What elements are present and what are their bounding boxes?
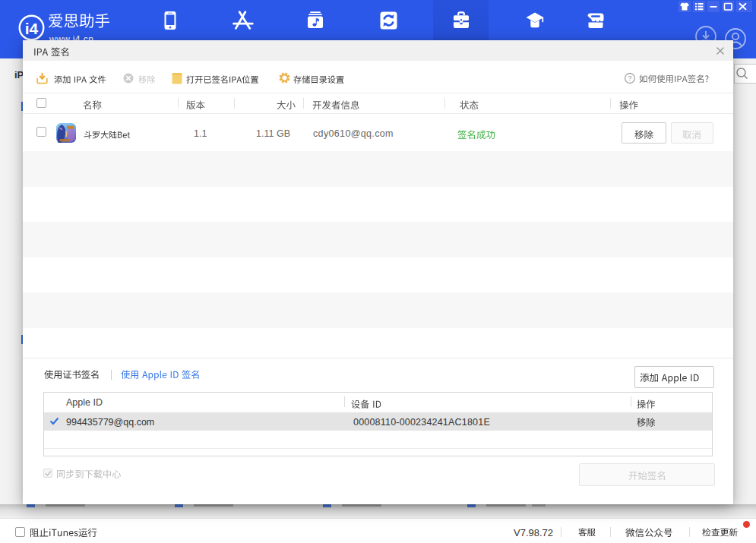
svg-text:?: ? <box>628 74 631 82</box>
svg-text:i4: i4 <box>25 20 39 37</box>
